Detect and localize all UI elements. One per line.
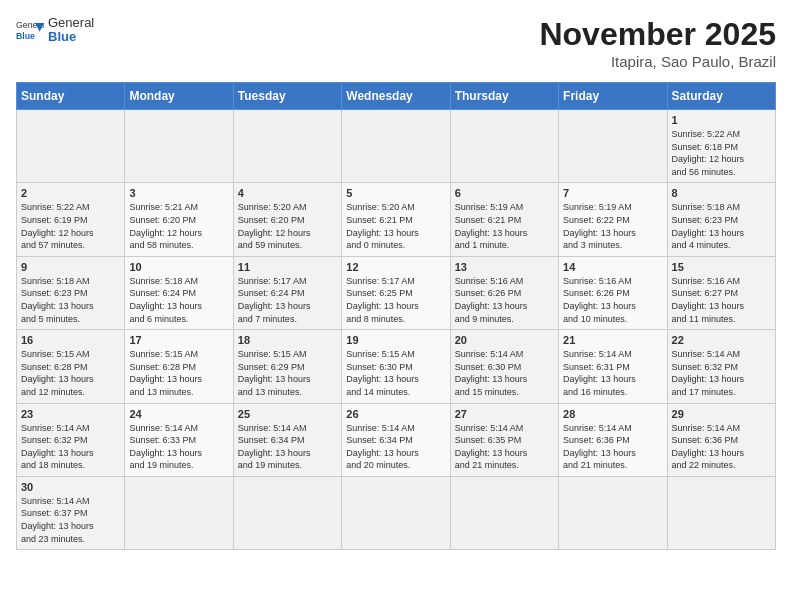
day-number: 12 [346,261,445,273]
day-info: Sunrise: 5:22 AM Sunset: 6:18 PM Dayligh… [672,128,771,178]
calendar-day-cell [559,110,667,183]
calendar-day-cell: 22Sunrise: 5:14 AM Sunset: 6:32 PM Dayli… [667,330,775,403]
weekday-header-friday: Friday [559,83,667,110]
calendar-day-cell: 11Sunrise: 5:17 AM Sunset: 6:24 PM Dayli… [233,256,341,329]
day-number: 15 [672,261,771,273]
logo-general: General [48,15,94,30]
calendar-day-cell [125,476,233,549]
day-number: 20 [455,334,554,346]
calendar-day-cell [233,476,341,549]
calendar-day-cell: 25Sunrise: 5:14 AM Sunset: 6:34 PM Dayli… [233,403,341,476]
day-info: Sunrise: 5:14 AM Sunset: 6:32 PM Dayligh… [21,422,120,472]
title-block: November 2025 Itapira, Sao Paulo, Brazil [539,16,776,70]
weekday-header-wednesday: Wednesday [342,83,450,110]
day-number: 9 [21,261,120,273]
day-info: Sunrise: 5:21 AM Sunset: 6:20 PM Dayligh… [129,201,228,251]
day-number: 21 [563,334,662,346]
calendar-day-cell: 29Sunrise: 5:14 AM Sunset: 6:36 PM Dayli… [667,403,775,476]
weekday-header-tuesday: Tuesday [233,83,341,110]
calendar-day-cell: 21Sunrise: 5:14 AM Sunset: 6:31 PM Dayli… [559,330,667,403]
calendar-day-cell: 28Sunrise: 5:14 AM Sunset: 6:36 PM Dayli… [559,403,667,476]
weekday-header-monday: Monday [125,83,233,110]
calendar-title: November 2025 [539,16,776,53]
day-info: Sunrise: 5:20 AM Sunset: 6:20 PM Dayligh… [238,201,337,251]
calendar-day-cell: 2Sunrise: 5:22 AM Sunset: 6:19 PM Daylig… [17,183,125,256]
day-info: Sunrise: 5:15 AM Sunset: 6:28 PM Dayligh… [129,348,228,398]
day-number: 13 [455,261,554,273]
calendar-subtitle: Itapira, Sao Paulo, Brazil [539,53,776,70]
calendar-day-cell [342,110,450,183]
day-info: Sunrise: 5:15 AM Sunset: 6:30 PM Dayligh… [346,348,445,398]
calendar-table: SundayMondayTuesdayWednesdayThursdayFrid… [16,82,776,550]
day-info: Sunrise: 5:18 AM Sunset: 6:23 PM Dayligh… [672,201,771,251]
calendar-day-cell: 7Sunrise: 5:19 AM Sunset: 6:22 PM Daylig… [559,183,667,256]
day-number: 26 [346,408,445,420]
calendar-day-cell: 13Sunrise: 5:16 AM Sunset: 6:26 PM Dayli… [450,256,558,329]
day-number: 7 [563,187,662,199]
calendar-day-cell [342,476,450,549]
day-number: 5 [346,187,445,199]
weekday-header-sunday: Sunday [17,83,125,110]
weekday-header-row: SundayMondayTuesdayWednesdayThursdayFrid… [17,83,776,110]
logo-icon: General Blue [16,16,44,44]
day-number: 2 [21,187,120,199]
day-info: Sunrise: 5:22 AM Sunset: 6:19 PM Dayligh… [21,201,120,251]
calendar-week-row: 16Sunrise: 5:15 AM Sunset: 6:28 PM Dayli… [17,330,776,403]
day-number: 11 [238,261,337,273]
svg-text:Blue: Blue [16,31,35,41]
day-info: Sunrise: 5:14 AM Sunset: 6:36 PM Dayligh… [672,422,771,472]
day-number: 17 [129,334,228,346]
calendar-day-cell: 20Sunrise: 5:14 AM Sunset: 6:30 PM Dayli… [450,330,558,403]
day-number: 4 [238,187,337,199]
day-info: Sunrise: 5:19 AM Sunset: 6:21 PM Dayligh… [455,201,554,251]
day-info: Sunrise: 5:20 AM Sunset: 6:21 PM Dayligh… [346,201,445,251]
day-number: 24 [129,408,228,420]
page-header: General Blue General Blue November 2025 … [16,16,776,70]
day-info: Sunrise: 5:14 AM Sunset: 6:32 PM Dayligh… [672,348,771,398]
day-info: Sunrise: 5:18 AM Sunset: 6:23 PM Dayligh… [21,275,120,325]
day-number: 25 [238,408,337,420]
day-number: 22 [672,334,771,346]
day-info: Sunrise: 5:15 AM Sunset: 6:29 PM Dayligh… [238,348,337,398]
day-number: 29 [672,408,771,420]
weekday-header-thursday: Thursday [450,83,558,110]
calendar-day-cell: 4Sunrise: 5:20 AM Sunset: 6:20 PM Daylig… [233,183,341,256]
day-info: Sunrise: 5:16 AM Sunset: 6:27 PM Dayligh… [672,275,771,325]
logo: General Blue General Blue [16,16,94,45]
calendar-day-cell: 23Sunrise: 5:14 AM Sunset: 6:32 PM Dayli… [17,403,125,476]
day-info: Sunrise: 5:16 AM Sunset: 6:26 PM Dayligh… [563,275,662,325]
calendar-day-cell [17,110,125,183]
day-number: 6 [455,187,554,199]
calendar-day-cell: 16Sunrise: 5:15 AM Sunset: 6:28 PM Dayli… [17,330,125,403]
day-number: 1 [672,114,771,126]
calendar-day-cell [450,110,558,183]
calendar-day-cell [667,476,775,549]
calendar-day-cell: 17Sunrise: 5:15 AM Sunset: 6:28 PM Dayli… [125,330,233,403]
calendar-day-cell: 6Sunrise: 5:19 AM Sunset: 6:21 PM Daylig… [450,183,558,256]
day-info: Sunrise: 5:14 AM Sunset: 6:34 PM Dayligh… [238,422,337,472]
day-info: Sunrise: 5:18 AM Sunset: 6:24 PM Dayligh… [129,275,228,325]
calendar-day-cell: 3Sunrise: 5:21 AM Sunset: 6:20 PM Daylig… [125,183,233,256]
day-number: 10 [129,261,228,273]
calendar-day-cell [559,476,667,549]
day-info: Sunrise: 5:17 AM Sunset: 6:24 PM Dayligh… [238,275,337,325]
day-info: Sunrise: 5:16 AM Sunset: 6:26 PM Dayligh… [455,275,554,325]
day-number: 19 [346,334,445,346]
calendar-day-cell: 12Sunrise: 5:17 AM Sunset: 6:25 PM Dayli… [342,256,450,329]
calendar-day-cell: 18Sunrise: 5:15 AM Sunset: 6:29 PM Dayli… [233,330,341,403]
day-number: 27 [455,408,554,420]
calendar-week-row: 30Sunrise: 5:14 AM Sunset: 6:37 PM Dayli… [17,476,776,549]
day-number: 14 [563,261,662,273]
calendar-day-cell [233,110,341,183]
logo-blue: Blue [48,29,76,44]
calendar-week-row: 9Sunrise: 5:18 AM Sunset: 6:23 PM Daylig… [17,256,776,329]
day-info: Sunrise: 5:15 AM Sunset: 6:28 PM Dayligh… [21,348,120,398]
weekday-header-saturday: Saturday [667,83,775,110]
calendar-day-cell: 19Sunrise: 5:15 AM Sunset: 6:30 PM Dayli… [342,330,450,403]
calendar-day-cell: 10Sunrise: 5:18 AM Sunset: 6:24 PM Dayli… [125,256,233,329]
calendar-week-row: 23Sunrise: 5:14 AM Sunset: 6:32 PM Dayli… [17,403,776,476]
day-number: 30 [21,481,120,493]
day-number: 8 [672,187,771,199]
calendar-day-cell: 26Sunrise: 5:14 AM Sunset: 6:34 PM Dayli… [342,403,450,476]
day-info: Sunrise: 5:19 AM Sunset: 6:22 PM Dayligh… [563,201,662,251]
